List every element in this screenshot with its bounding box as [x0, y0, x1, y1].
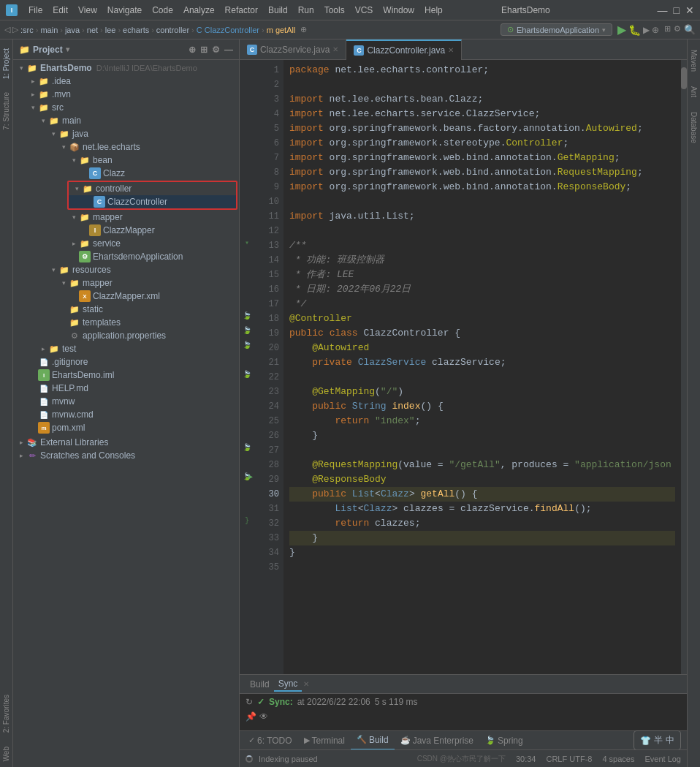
status-position[interactable]: 30:34	[516, 755, 536, 763]
tree-item-mapper[interactable]: ▾ 📁 mapper	[13, 211, 239, 224]
menu-code[interactable]: Code	[147, 4, 178, 17]
tree-item-mvnw-cmd[interactable]: 📄 mvnw.cmd	[13, 408, 239, 421]
clazzcontroller-close[interactable]: ✕	[448, 46, 454, 54]
code-content[interactable]: package net.lee.echarts.controller; impo…	[284, 60, 681, 674]
tree-item-controller[interactable]: ▾ 📁 controller	[69, 182, 236, 195]
gutter-spring-23[interactable]: 🍃	[240, 367, 254, 382]
project-settings-icon[interactable]: ⚙	[212, 45, 220, 55]
tree-item-ext-libs[interactable]: ▸ 📚 External Libraries	[13, 436, 239, 449]
tree-item-clazzmapper-xml[interactable]: X ClazzMapper.xml	[13, 290, 239, 303]
gutter-spring-18[interactable]: 🍃	[240, 309, 254, 323]
tree-item-java[interactable]: ▾ 📁 java	[13, 127, 239, 140]
label-ant[interactable]: Ant	[688, 79, 699, 105]
sync-reload-icon[interactable]: ↻	[246, 697, 253, 707]
editor-scrollbar[interactable]	[681, 60, 687, 674]
footer-tab-todo[interactable]: ✓ 6: TODO	[243, 731, 298, 750]
label-maven[interactable]: Maven	[688, 42, 699, 79]
project-scroll-icon[interactable]: ⊞	[200, 45, 208, 55]
nav-icon-forward[interactable]: ▷	[12, 25, 18, 34]
tree-item-help[interactable]: 📄 HELP.md	[13, 382, 239, 395]
tree-item-ehartsdemo-app[interactable]: ⚙ EhartsdemoApplication	[13, 250, 239, 263]
breadcrumb-controller[interactable]: controller	[156, 26, 189, 34]
gutter-spring-19[interactable]: 🍃	[240, 323, 254, 338]
gutter-fold-33[interactable]: }	[240, 513, 254, 528]
tree-item-app-props[interactable]: ⚙ application.properties	[13, 329, 239, 342]
tree-item-res-mapper[interactable]: ▾ 📁 mapper	[13, 276, 239, 290]
gutter-run-30[interactable]: ▶	[247, 469, 254, 484]
sync-eye-icon[interactable]: 👁	[259, 711, 268, 722]
project-minimize-icon[interactable]: —	[224, 45, 233, 55]
more-run-button[interactable]: ⊕	[652, 25, 659, 35]
footer-tab-spring[interactable]: 🍃 Spring	[479, 731, 529, 750]
menu-edit[interactable]: Edit	[47, 4, 73, 17]
tree-item-bean[interactable]: ▾ 📁 bean	[13, 154, 239, 167]
tree-item-clazzmapper[interactable]: I ClazzMapper	[13, 224, 239, 237]
tree-item-iml[interactable]: I EhartsDemo.iml	[13, 369, 239, 382]
close-button[interactable]: ✕	[685, 4, 694, 16]
breadcrumb-net[interactable]: net	[87, 26, 98, 34]
project-add-icon[interactable]: ⊕	[189, 45, 196, 55]
run-coverage-button[interactable]: ▶	[643, 25, 650, 35]
menu-run[interactable]: Run	[293, 4, 319, 17]
tree-item-mvn[interactable]: ▸ 📁 .mvn	[13, 88, 239, 101]
status-spaces[interactable]: 4 spaces	[602, 755, 634, 763]
gutter-fold-13[interactable]: ▾	[240, 235, 254, 250]
tree-item-clazz-controller[interactable]: C ClazzController	[69, 195, 236, 208]
label-structure[interactable]: 7: Structure	[1, 86, 12, 136]
tree-item-package[interactable]: ▾ 📦 net.lee.echarts	[13, 140, 239, 154]
menu-analyze[interactable]: Analyze	[178, 4, 220, 17]
tree-item-scratches[interactable]: ▸ ✏ Scratches and Consoles	[13, 449, 239, 462]
menu-build[interactable]: Build	[263, 4, 293, 17]
gutter-spring-20[interactable]: 🍃	[240, 338, 254, 352]
tree-item-static[interactable]: 📁 static	[13, 303, 239, 316]
menu-help[interactable]: Help	[419, 4, 448, 17]
breadcrumb-src[interactable]: :src	[20, 26, 34, 34]
sync-tab-label[interactable]: Sync	[274, 677, 303, 692]
tab-clazzcontroller[interactable]: C ClazzController.java ✕	[346, 39, 462, 60]
run-button[interactable]: ▶	[617, 23, 626, 37]
tree-item-resources[interactable]: ▾ 📁 resources	[13, 263, 239, 276]
breadcrumb-echarts[interactable]: echarts	[123, 26, 149, 34]
tree-item-idea[interactable]: ▸ 📁 .idea	[13, 75, 239, 88]
sync-close[interactable]: ✕	[303, 680, 309, 688]
footer-tab-javaee[interactable]: ☕ Java Enterprise	[395, 731, 479, 750]
gutter-spring-28[interactable]: 🍃	[240, 440, 254, 455]
tree-item-src[interactable]: ▾ 📁 src	[13, 101, 239, 114]
tab-clazzservice[interactable]: C ClazzService.java ✕	[240, 39, 346, 60]
menu-vcs[interactable]: VCS	[350, 4, 378, 17]
settings-icon[interactable]: ⚙	[674, 24, 681, 35]
label-favorites[interactable]: 2: Favorites	[1, 689, 12, 738]
footer-tab-terminal[interactable]: ▶ Terminal	[298, 731, 351, 750]
footer-tab-build[interactable]: 🔨 Build	[351, 731, 395, 750]
breadcrumb-lee[interactable]: lee	[105, 26, 116, 34]
breadcrumb-java[interactable]: java	[65, 26, 80, 34]
build-tab-label[interactable]: Build	[246, 678, 274, 691]
tree-item-root[interactable]: ▾ 📁 EhartsDemo D:\IntelliJ IDEA\EhartsDe…	[13, 61, 239, 75]
label-web[interactable]: Web	[1, 741, 12, 767]
status-encoding[interactable]: CRLF UTF-8	[546, 755, 592, 763]
sync-pin-icon[interactable]: 📌	[246, 711, 256, 722]
menu-tools[interactable]: Tools	[319, 4, 350, 17]
tree-item-test[interactable]: ▸ 📁 test	[13, 342, 239, 355]
run-config-dropdown[interactable]: ⊙ EhartsdemoApplication ▾	[501, 23, 612, 36]
clazzservice-close[interactable]: ✕	[332, 45, 338, 53]
breadcrumb-method[interactable]: m getAll	[267, 26, 296, 34]
menu-navigate[interactable]: Navigate	[102, 4, 147, 17]
menu-window[interactable]: Window	[378, 4, 419, 17]
search-everywhere-icon[interactable]: ⊞	[664, 24, 671, 35]
tree-item-main[interactable]: ▾ 📁 main	[13, 114, 239, 127]
label-database[interactable]: Database	[688, 105, 699, 151]
tree-item-mvnw[interactable]: 📄 mvnw	[13, 395, 239, 408]
tree-item-service[interactable]: ▸ 📁 service	[13, 237, 239, 250]
debug-button[interactable]: 🐛	[628, 24, 641, 36]
menu-bar[interactable]: File Edit View Navigate Code Analyze Ref…	[23, 4, 448, 17]
tree-item-pom[interactable]: m pom.xml	[13, 421, 239, 434]
maximize-button[interactable]: □	[674, 4, 680, 16]
status-event-log[interactable]: Event Log	[644, 755, 681, 763]
tree-item-gitignore[interactable]: 📄 .gitignore	[13, 355, 239, 369]
label-project[interactable]: 1: Project	[1, 42, 12, 85]
breadcrumb-class[interactable]: C ClazzController	[197, 26, 259, 34]
breadcrumb-main[interactable]: main	[40, 26, 58, 34]
menu-view[interactable]: View	[73, 4, 102, 17]
search-icon[interactable]: 🔍	[684, 24, 696, 35]
